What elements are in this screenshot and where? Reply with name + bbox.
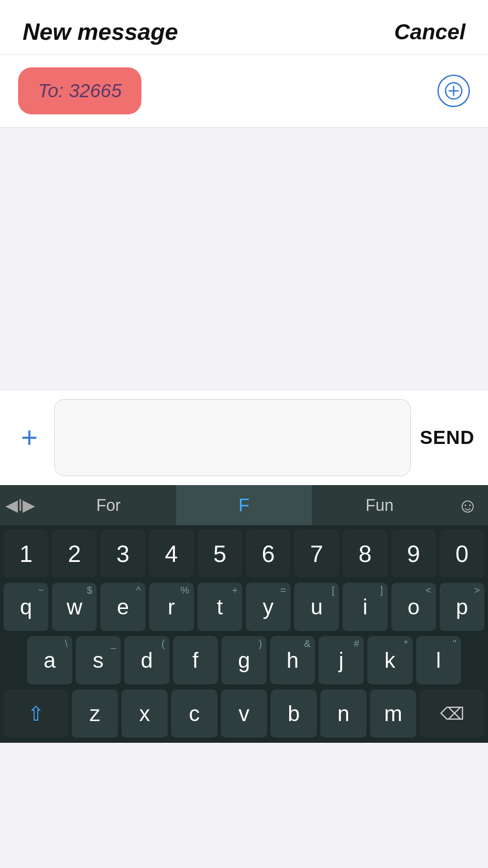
key-i[interactable]: ]i <box>343 583 387 632</box>
key-w[interactable]: $w <box>52 583 97 632</box>
emoji-icon: ☺ <box>458 494 478 517</box>
compose-area: + F SEND <box>0 390 488 485</box>
key-3[interactable]: 3 <box>100 529 145 579</box>
key-s[interactable]: _s <box>76 636 121 686</box>
keyboard-asdf-row: \a _s (d f )g &h #j *k "l <box>0 632 488 686</box>
key-8[interactable]: 8 <box>343 529 387 579</box>
message-input[interactable]: F <box>54 399 411 476</box>
key-r[interactable]: %r <box>149 583 194 632</box>
keyboard: 1 2 3 4 5 6 7 8 9 0 ~q $w ^e %r +t =y [u… <box>0 526 488 743</box>
key-j[interactable]: #j <box>319 636 364 686</box>
key-m[interactable]: m <box>370 689 416 739</box>
key-6[interactable]: 6 <box>246 529 291 579</box>
add-contact-button[interactable] <box>437 75 470 107</box>
page-title: New message <box>23 18 178 45</box>
key-t[interactable]: +t <box>197 583 242 632</box>
key-7[interactable]: 7 <box>294 529 339 579</box>
key-z[interactable]: z <box>72 689 118 739</box>
suggestion-f[interactable]: F <box>176 485 312 525</box>
key-b[interactable]: b <box>271 689 317 739</box>
cursor-icon: ◀I▶ <box>5 496 35 515</box>
recipient-number: 32665 <box>69 80 122 101</box>
recipient-label: To: 32665 <box>38 80 122 102</box>
to-row: To: 32665 <box>0 55 488 127</box>
shift-key[interactable]: ⇧ <box>4 689 68 739</box>
recipient-chip[interactable]: To: 32665 <box>18 67 141 114</box>
keyboard-autocomplete-bar: ◀I▶ For F Fun ☺ <box>0 485 488 526</box>
key-u[interactable]: [u <box>294 583 339 632</box>
key-h[interactable]: &h <box>270 636 315 686</box>
to-prefix: To: <box>38 80 69 101</box>
key-c[interactable]: c <box>171 689 217 739</box>
cancel-button[interactable]: Cancel <box>394 19 465 44</box>
key-4[interactable]: 4 <box>149 529 194 579</box>
backspace-icon: ⌫ <box>440 704 465 724</box>
attachment-button[interactable]: + <box>14 423 45 452</box>
key-y[interactable]: =y <box>246 583 291 632</box>
suggestion-fun[interactable]: Fun <box>312 485 447 525</box>
key-d[interactable]: (d <box>124 636 169 686</box>
key-n[interactable]: n <box>320 689 366 739</box>
keyboard-cursor-control[interactable]: ◀I▶ <box>0 496 41 515</box>
key-9[interactable]: 9 <box>391 529 436 579</box>
keyboard-number-row: 1 2 3 4 5 6 7 8 9 0 <box>0 526 488 579</box>
key-q[interactable]: ~q <box>4 583 48 632</box>
backspace-key[interactable]: ⌫ <box>420 689 484 739</box>
key-e[interactable]: ^e <box>100 583 145 632</box>
key-1[interactable]: 1 <box>4 529 48 579</box>
key-p[interactable]: >p <box>440 583 484 632</box>
header: New message Cancel <box>0 0 488 55</box>
key-f[interactable]: f <box>173 636 218 686</box>
shift-icon: ⇧ <box>28 702 44 725</box>
key-x[interactable]: x <box>122 689 168 739</box>
emoji-button[interactable]: ☺ <box>447 494 488 517</box>
suggestion-for[interactable]: For <box>41 485 176 525</box>
key-a[interactable]: \a <box>27 636 72 686</box>
key-v[interactable]: v <box>221 689 267 739</box>
key-l[interactable]: "l <box>416 636 461 686</box>
keyboard-qwerty-row: ~q $w ^e %r +t =y [u ]i <o >p <box>0 579 488 632</box>
key-k[interactable]: *k <box>367 636 413 686</box>
key-5[interactable]: 5 <box>197 529 242 579</box>
key-g[interactable]: )g <box>221 636 267 686</box>
key-2[interactable]: 2 <box>52 529 97 579</box>
key-o[interactable]: <o <box>391 583 436 632</box>
message-body <box>0 127 488 390</box>
keyboard-zxcv-row: ⇧ z x c v b n m ⌫ <box>0 686 488 743</box>
key-0[interactable]: 0 <box>440 529 484 579</box>
send-button[interactable]: SEND <box>420 427 474 448</box>
